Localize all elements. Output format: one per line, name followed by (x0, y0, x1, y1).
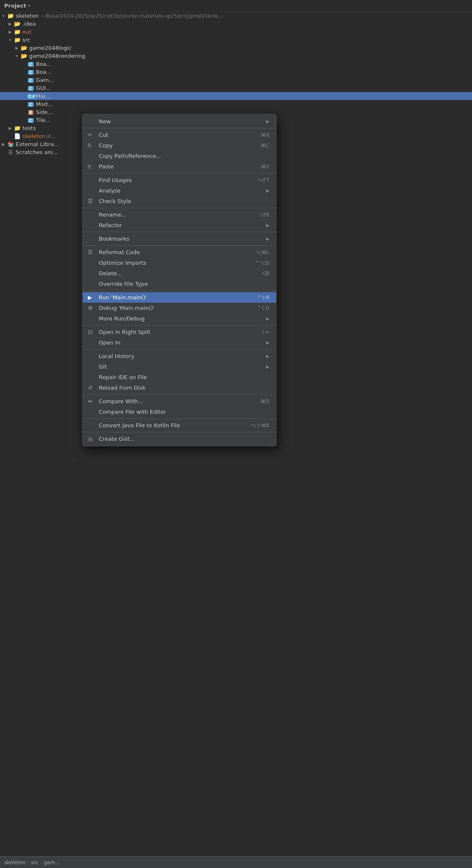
menu-item-create-gist[interactable]: ◎Create Gist... (83, 434, 276, 444)
menu-label-run-main: Run 'Main.main()' (99, 294, 249, 301)
menu-label-compare-with-editor: Compare File with Editor (99, 409, 269, 415)
tree-label-game: Gam... (36, 77, 54, 83)
menu-label-debug-main: Debug 'Main.main()' (99, 305, 249, 311)
menu-label-cut: Cut (99, 132, 252, 138)
menu-item-reload-from-disk[interactable]: ↺Reload from Disk (83, 382, 276, 393)
menu-icon-paste: ⎘ (88, 163, 96, 170)
menu-item-bookmarks[interactable]: Bookmarks▶ (83, 233, 276, 244)
tree-item-game2048rendering[interactable]: ▾📂game2048rendering (0, 52, 472, 60)
tree-icon-game2048rendering: 📂 (20, 53, 28, 59)
menu-label-find-usages: Find Usages (99, 177, 249, 183)
submenu-arrow-more-run-debug: ▶ (266, 316, 269, 321)
menu-icon-create-gist: ◎ (88, 436, 96, 442)
menu-label-open-in: Open In (99, 339, 263, 346)
tree-item-out[interactable]: ▶📁out (0, 28, 472, 36)
tree-icon-main: C↺ (27, 93, 35, 99)
menu-item-copy[interactable]: ⎘Copy⌘C (83, 140, 276, 151)
menu-icon-reformat-code: ☰ (88, 249, 96, 255)
tree-item-board2[interactable]: CBoa... (0, 68, 472, 76)
menu-divider-sep4 (83, 232, 276, 232)
menu-shortcut-cut: ⌘X (261, 132, 269, 138)
menu-label-reload-from-disk: Reload from Disk (99, 385, 269, 391)
menu-item-delete[interactable]: Delete...⌫ (83, 268, 276, 279)
menu-item-rename[interactable]: Rename...⇧F6 (83, 209, 276, 220)
panel-title: Project (4, 3, 26, 9)
menu-item-compare-with[interactable]: ↔Compare With...⌘D (83, 396, 276, 407)
menu-item-compare-with-editor[interactable]: Compare File with Editor (83, 407, 276, 417)
menu-label-more-run-debug: More Run/Debug (99, 315, 263, 322)
tree-label-game2048rendering: game2048rendering (29, 53, 85, 59)
menu-shortcut-run-main: ^⇧R (258, 295, 269, 301)
menu-item-paste[interactable]: ⎘Paste⌘V (83, 161, 276, 172)
tree-label-board2: Boa... (36, 69, 52, 75)
tree-icon-skeleton-ir: 📄 (14, 133, 21, 139)
menu-item-run-main[interactable]: ▶Run 'Main.main()'^⇧R (83, 292, 276, 303)
menu-item-more-run-debug[interactable]: More Run/Debug▶ (83, 313, 276, 324)
menu-label-delete: Delete... (99, 270, 254, 277)
tree-arrow-skeleton-root: ▾ (0, 14, 7, 18)
menu-shortcut-delete: ⌫ (262, 271, 269, 277)
menu-item-copy-path[interactable]: Copy Path/Reference... (83, 151, 276, 161)
menu-label-compare-with: Compare With... (99, 398, 252, 404)
menu-item-convert-java-kotlin[interactable]: Convert Java File to Kotlin File⌥⇧⌘K (83, 420, 276, 431)
menu-shortcut-open-right-split: ⇧↵ (261, 329, 269, 335)
menu-label-check-style: Check Style (99, 198, 269, 204)
menu-item-new[interactable]: New▶ (83, 116, 276, 127)
tree-arrow-idea: ▶ (7, 22, 14, 26)
tree-item-model[interactable]: CMod... (0, 100, 472, 108)
tree-label-gui: GUI... (36, 85, 51, 91)
menu-icon-check-style: ☰ (88, 198, 96, 204)
tree-icon-game2048logic: 📂 (20, 45, 28, 51)
tree-icon-tests: 📁 (14, 125, 21, 131)
menu-item-override-file-type[interactable]: Override File Type (83, 279, 276, 289)
menu-label-override-file-type: Override File Type (99, 281, 269, 287)
tree-item-gui[interactable]: CGUI... (0, 84, 472, 92)
tree-arrow-tests: ▶ (7, 126, 14, 130)
tree-icon-tile: C (27, 117, 35, 123)
tree-item-game[interactable]: CGam... (0, 76, 472, 84)
tree-item-skeleton-root[interactable]: ▾📁skeleton~/Base/2024-2025/sp25/cs61b/co… (0, 12, 472, 20)
panel-chevron: ▾ (28, 3, 30, 8)
menu-label-convert-java-kotlin: Convert Java File to Kotlin File (99, 422, 242, 429)
tree-item-main[interactable]: C↺Mai... (0, 92, 472, 100)
menu-divider-sep5 (83, 245, 276, 246)
menu-label-refactor: Refactor (99, 222, 263, 228)
menu-item-optimize-imports[interactable]: Optimize Imports^⌥O (83, 258, 276, 268)
menu-item-analyze[interactable]: Analyze▶ (83, 185, 276, 196)
menu-icon-open-right-split: ⊡ (88, 329, 96, 335)
menu-divider-sep11 (83, 432, 276, 432)
tree-label-scratches: Scratches ani... (16, 149, 58, 155)
menu-item-check-style[interactable]: ☰Check Style (83, 196, 276, 206)
menu-divider-sep10 (83, 418, 276, 419)
menu-item-repair-ide[interactable]: Repair IDE on File (83, 372, 276, 382)
breadcrumb-part-1: skeleton (4, 860, 26, 865)
tree-icon-game: C (27, 77, 35, 83)
menu-item-open-right-split[interactable]: ⊡Open in Right Split⇧↵ (83, 327, 276, 337)
tree-icon-gui: C (27, 85, 35, 91)
tree-item-src[interactable]: ▾📁src (0, 36, 472, 44)
menu-item-local-history[interactable]: Local History▶ (83, 351, 276, 361)
menu-icon-reload-from-disk: ↺ (88, 385, 96, 391)
tree-label-tile: Tile... (36, 117, 51, 123)
tree-item-idea[interactable]: ▶📂.idea (0, 20, 472, 28)
menu-item-open-in[interactable]: Open In▶ (83, 337, 276, 348)
panel-header[interactable]: Project ▾ (0, 0, 472, 12)
menu-item-refactor[interactable]: Refactor▶ (83, 220, 276, 231)
menu-item-cut[interactable]: ✂Cut⌘X (83, 130, 276, 140)
bottom-breadcrumb: skeleton › src › gam... (0, 856, 472, 868)
tree-item-game2048logic[interactable]: ▶📂game2048logic (0, 44, 472, 52)
tree-label-model: Mod... (36, 101, 53, 107)
tree-arrow-external-libs: ▶ (0, 142, 7, 146)
menu-item-debug-main[interactable]: ⚙Debug 'Main.main()'^⇧D (83, 303, 276, 313)
menu-item-find-usages[interactable]: Find Usages⌥F7 (83, 175, 276, 185)
tree-item-board1[interactable]: CBoa... (0, 60, 472, 68)
menu-icon-compare-with: ↔ (88, 398, 96, 404)
tree-icon-board1: C (27, 61, 35, 67)
submenu-arrow-analyze: ▶ (266, 188, 269, 193)
menu-label-create-gist: Create Gist... (99, 436, 269, 442)
menu-item-reformat-code[interactable]: ☰Reformat Code⌥⌘L (83, 247, 276, 258)
menu-shortcut-convert-java-kotlin: ⌥⇧⌘K (251, 423, 269, 429)
menu-label-rename: Rename... (99, 212, 250, 218)
menu-divider-sep7 (83, 325, 276, 326)
menu-item-git[interactable]: Git▶ (83, 361, 276, 372)
